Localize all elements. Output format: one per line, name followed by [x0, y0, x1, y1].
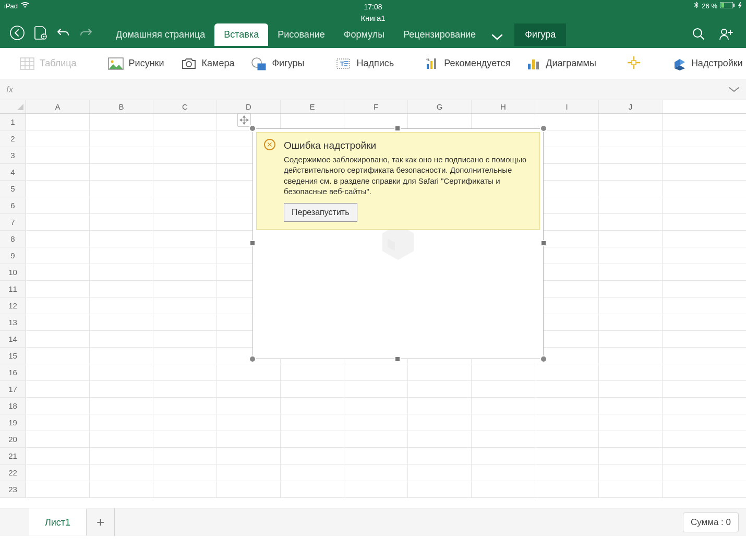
formula-bar[interactable]: fx — [0, 79, 746, 100]
cell[interactable] — [217, 414, 281, 431]
cell[interactable] — [153, 481, 217, 497]
cell[interactable] — [153, 247, 217, 264]
cell[interactable] — [535, 164, 599, 180]
cell[interactable] — [90, 130, 153, 147]
cell[interactable] — [535, 181, 599, 197]
row-header[interactable]: 15 — [0, 348, 26, 364]
cell[interactable] — [153, 281, 217, 297]
cell[interactable] — [90, 197, 153, 213]
col-header[interactable]: J — [599, 100, 663, 113]
cell[interactable] — [90, 364, 153, 380]
cell[interactable] — [344, 448, 408, 464]
cell[interactable] — [90, 181, 153, 197]
cell[interactable] — [472, 464, 535, 481]
cell[interactable] — [599, 448, 663, 464]
cell[interactable] — [153, 348, 217, 364]
sheet-tab[interactable]: Лист1 — [29, 508, 87, 535]
ribbon-pictures[interactable]: Рисунки — [104, 57, 169, 70]
cell[interactable] — [535, 464, 599, 481]
ribbon-shapes[interactable]: Фигуры — [247, 57, 308, 70]
cell[interactable] — [26, 181, 90, 197]
cell[interactable] — [599, 348, 663, 364]
row-header[interactable]: 3 — [0, 147, 26, 163]
restart-button[interactable]: Перезапустить — [284, 203, 357, 222]
ribbon-link-icon[interactable] — [623, 55, 644, 72]
row-header[interactable]: 17 — [0, 381, 26, 397]
cell[interactable] — [153, 431, 217, 447]
cell[interactable] — [535, 147, 599, 163]
cell[interactable] — [472, 381, 535, 397]
row-header[interactable]: 23 — [0, 481, 26, 497]
cell[interactable] — [599, 398, 663, 414]
row-header[interactable]: 11 — [0, 281, 26, 297]
cell[interactable] — [599, 314, 663, 330]
cell[interactable] — [90, 264, 153, 280]
row-header[interactable]: 2 — [0, 130, 26, 147]
cell[interactable] — [153, 181, 217, 197]
cell[interactable] — [90, 414, 153, 431]
cell[interactable] — [26, 348, 90, 364]
cell[interactable] — [535, 364, 599, 380]
cell[interactable] — [599, 197, 663, 213]
cell[interactable] — [26, 464, 90, 481]
col-header[interactable]: D — [217, 100, 281, 113]
tab-home[interactable]: Домашняя страница — [106, 23, 214, 46]
move-handle-icon[interactable] — [237, 113, 251, 127]
tabs-overflow-button[interactable] — [485, 33, 509, 46]
row-header[interactable]: 19 — [0, 414, 26, 431]
tab-review[interactable]: Рецензирование — [394, 23, 485, 46]
ribbon-recommended[interactable]: Рекомендуется — [421, 57, 514, 70]
cell[interactable] — [153, 331, 217, 347]
row-header[interactable]: 22 — [0, 464, 26, 481]
cell[interactable] — [90, 231, 153, 247]
row-header[interactable]: 7 — [0, 214, 26, 230]
cell[interactable] — [90, 398, 153, 414]
cell[interactable] — [408, 381, 472, 397]
sum-indicator[interactable]: Сумма : 0 — [683, 513, 739, 532]
ribbon-camera[interactable]: Камера — [177, 57, 239, 70]
cell[interactable] — [472, 414, 535, 431]
spreadsheet-grid[interactable]: A B C D E F G H I J 12345678910111213141… — [0, 100, 746, 508]
cell[interactable] — [344, 364, 408, 380]
cell[interactable] — [153, 164, 217, 180]
cell[interactable] — [281, 114, 344, 130]
redo-button[interactable] — [79, 27, 93, 39]
cell[interactable] — [599, 264, 663, 280]
cell[interactable] — [408, 414, 472, 431]
cell[interactable] — [26, 297, 90, 314]
cell[interactable] — [408, 114, 472, 130]
cell[interactable] — [408, 431, 472, 447]
cell[interactable] — [344, 464, 408, 481]
cell[interactable] — [599, 364, 663, 380]
cell[interactable] — [344, 431, 408, 447]
cell[interactable] — [472, 364, 535, 380]
cell[interactable] — [217, 431, 281, 447]
cell[interactable] — [535, 448, 599, 464]
cell[interactable] — [217, 481, 281, 497]
cell[interactable] — [599, 481, 663, 497]
cell[interactable] — [90, 431, 153, 447]
cell[interactable] — [26, 214, 90, 230]
cell[interactable] — [344, 481, 408, 497]
cell[interactable] — [535, 331, 599, 347]
row-header[interactable]: 1 — [0, 114, 26, 130]
row-header[interactable]: 14 — [0, 331, 26, 347]
row-header[interactable]: 6 — [0, 197, 26, 213]
cell[interactable] — [535, 130, 599, 147]
cell[interactable] — [26, 164, 90, 180]
cell[interactable] — [599, 297, 663, 314]
cell[interactable] — [599, 114, 663, 130]
search-button[interactable] — [692, 27, 705, 41]
tab-insert[interactable]: Вставка — [214, 23, 268, 46]
tab-formulas[interactable]: Формулы — [334, 23, 394, 46]
cell[interactable] — [281, 364, 344, 380]
resize-handle[interactable] — [394, 356, 401, 362]
cell[interactable] — [599, 281, 663, 297]
cell[interactable] — [535, 381, 599, 397]
resize-handle[interactable] — [540, 240, 547, 246]
cell[interactable] — [599, 130, 663, 147]
cell[interactable] — [90, 448, 153, 464]
cell[interactable] — [153, 214, 217, 230]
cell[interactable] — [281, 381, 344, 397]
cell[interactable] — [599, 464, 663, 481]
